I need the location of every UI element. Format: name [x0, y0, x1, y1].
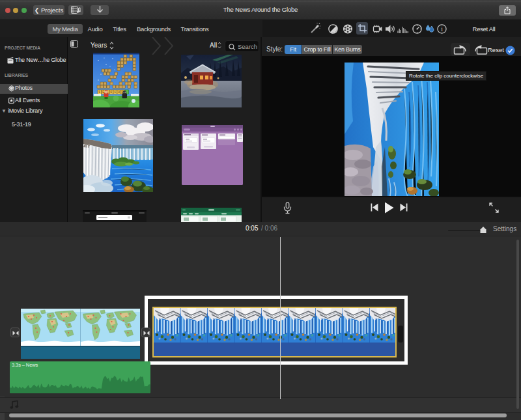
svg-text:1: 1 — [98, 91, 100, 94]
svg-text:8: 8 — [118, 91, 120, 94]
svg-text:1: 1 — [114, 91, 116, 94]
svg-text:0: 0 — [110, 91, 112, 94]
svg-text:i: i — [441, 26, 443, 33]
